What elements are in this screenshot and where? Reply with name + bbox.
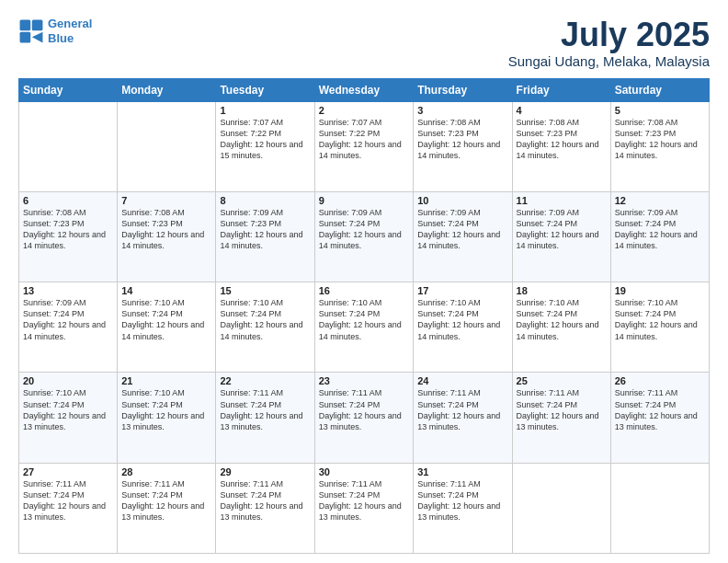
day-detail: Sunrise: 7:08 AM Sunset: 7:23 PM Dayligh… — [23, 207, 113, 252]
day-cell: 6Sunrise: 7:08 AM Sunset: 7:23 PM Daylig… — [19, 191, 118, 282]
day-detail: Sunrise: 7:11 AM Sunset: 7:24 PM Dayligh… — [517, 387, 607, 432]
day-cell: 7Sunrise: 7:08 AM Sunset: 7:23 PM Daylig… — [118, 191, 216, 282]
day-cell: 30Sunrise: 7:11 AM Sunset: 7:24 PM Dayli… — [314, 463, 414, 553]
logo-icon — [18, 18, 44, 44]
day-detail: Sunrise: 7:10 AM Sunset: 7:24 PM Dayligh… — [121, 387, 211, 432]
day-number: 21 — [121, 375, 211, 386]
day-cell: 17Sunrise: 7:10 AM Sunset: 7:24 PM Dayli… — [414, 282, 512, 373]
day-number: 18 — [517, 285, 607, 296]
day-cell — [118, 101, 216, 191]
day-detail: Sunrise: 7:10 AM Sunset: 7:24 PM Dayligh… — [121, 297, 211, 342]
day-detail: Sunrise: 7:09 AM Sunset: 7:24 PM Dayligh… — [517, 207, 607, 252]
day-cell: 31Sunrise: 7:11 AM Sunset: 7:24 PM Dayli… — [414, 463, 512, 553]
day-cell: 1Sunrise: 7:07 AM Sunset: 7:22 PM Daylig… — [216, 101, 314, 191]
day-cell: 23Sunrise: 7:11 AM Sunset: 7:24 PM Dayli… — [314, 373, 414, 463]
day-detail: Sunrise: 7:07 AM Sunset: 7:22 PM Dayligh… — [220, 117, 310, 162]
title-block: July 2025 Sungai Udang, Melaka, Malaysia — [508, 17, 710, 69]
header: General Blue July 2025 Sungai Udang, Mel… — [18, 17, 710, 69]
day-cell: 19Sunrise: 7:10 AM Sunset: 7:24 PM Dayli… — [610, 282, 709, 373]
week-row-5: 27Sunrise: 7:11 AM Sunset: 7:24 PM Dayli… — [19, 463, 710, 553]
day-cell: 14Sunrise: 7:10 AM Sunset: 7:24 PM Dayli… — [118, 282, 216, 373]
day-detail: Sunrise: 7:11 AM Sunset: 7:24 PM Dayligh… — [417, 478, 507, 523]
day-detail: Sunrise: 7:09 AM Sunset: 7:24 PM Dayligh… — [23, 297, 113, 342]
svg-marker-3 — [32, 31, 43, 42]
weekday-header-friday: Friday — [512, 78, 610, 101]
day-number: 12 — [615, 195, 705, 206]
logo-blue: Blue — [48, 31, 74, 45]
day-number: 29 — [220, 466, 310, 477]
weekday-header-tuesday: Tuesday — [216, 78, 314, 101]
day-detail: Sunrise: 7:10 AM Sunset: 7:24 PM Dayligh… — [220, 297, 310, 342]
logo: General Blue — [18, 17, 92, 45]
day-number: 7 — [121, 195, 211, 206]
day-cell: 10Sunrise: 7:09 AM Sunset: 7:24 PM Dayli… — [414, 191, 512, 282]
day-cell: 18Sunrise: 7:10 AM Sunset: 7:24 PM Dayli… — [512, 282, 610, 373]
day-detail: Sunrise: 7:11 AM Sunset: 7:24 PM Dayligh… — [319, 478, 410, 523]
day-number: 16 — [319, 285, 410, 296]
day-number: 6 — [23, 195, 113, 206]
day-cell — [19, 101, 118, 191]
day-cell: 2Sunrise: 7:07 AM Sunset: 7:22 PM Daylig… — [314, 101, 414, 191]
day-number: 13 — [23, 285, 113, 296]
day-cell: 3Sunrise: 7:08 AM Sunset: 7:23 PM Daylig… — [414, 101, 512, 191]
day-cell: 12Sunrise: 7:09 AM Sunset: 7:24 PM Dayli… — [610, 191, 709, 282]
day-cell: 16Sunrise: 7:10 AM Sunset: 7:24 PM Dayli… — [314, 282, 414, 373]
day-number: 24 — [417, 375, 507, 386]
day-detail: Sunrise: 7:08 AM Sunset: 7:23 PM Dayligh… — [615, 117, 705, 162]
day-detail: Sunrise: 7:09 AM Sunset: 7:24 PM Dayligh… — [417, 207, 507, 252]
svg-rect-0 — [20, 19, 31, 30]
day-cell — [610, 463, 709, 553]
day-number: 20 — [23, 375, 113, 386]
day-cell: 21Sunrise: 7:10 AM Sunset: 7:24 PM Dayli… — [118, 373, 216, 463]
day-detail: Sunrise: 7:11 AM Sunset: 7:24 PM Dayligh… — [23, 478, 113, 523]
day-cell: 24Sunrise: 7:11 AM Sunset: 7:24 PM Dayli… — [414, 373, 512, 463]
day-cell: 5Sunrise: 7:08 AM Sunset: 7:23 PM Daylig… — [610, 101, 709, 191]
week-row-3: 13Sunrise: 7:09 AM Sunset: 7:24 PM Dayli… — [19, 282, 710, 373]
day-number: 10 — [417, 195, 507, 206]
day-number: 4 — [517, 105, 607, 116]
day-number: 11 — [517, 195, 607, 206]
day-number: 17 — [417, 285, 507, 296]
day-cell — [512, 463, 610, 553]
day-cell: 22Sunrise: 7:11 AM Sunset: 7:24 PM Dayli… — [216, 373, 314, 463]
svg-rect-1 — [32, 19, 43, 30]
weekday-header-thursday: Thursday — [414, 78, 512, 101]
day-number: 25 — [517, 375, 607, 386]
day-number: 2 — [319, 105, 410, 116]
week-row-2: 6Sunrise: 7:08 AM Sunset: 7:23 PM Daylig… — [19, 191, 710, 282]
day-detail: Sunrise: 7:11 AM Sunset: 7:24 PM Dayligh… — [417, 387, 507, 432]
day-cell: 8Sunrise: 7:09 AM Sunset: 7:23 PM Daylig… — [216, 191, 314, 282]
day-number: 14 — [121, 285, 211, 296]
day-detail: Sunrise: 7:09 AM Sunset: 7:24 PM Dayligh… — [615, 207, 705, 252]
day-cell: 13Sunrise: 7:09 AM Sunset: 7:24 PM Dayli… — [19, 282, 118, 373]
day-number: 31 — [417, 466, 507, 477]
logo-text: General Blue — [48, 17, 92, 45]
day-number: 23 — [319, 375, 410, 386]
page: General Blue July 2025 Sungai Udang, Mel… — [0, 0, 728, 563]
month-title: July 2025 — [508, 17, 710, 53]
day-detail: Sunrise: 7:11 AM Sunset: 7:24 PM Dayligh… — [121, 478, 211, 523]
day-number: 1 — [220, 105, 310, 116]
weekday-header-monday: Monday — [118, 78, 216, 101]
day-number: 19 — [615, 285, 705, 296]
day-cell: 29Sunrise: 7:11 AM Sunset: 7:24 PM Dayli… — [216, 463, 314, 553]
day-cell: 25Sunrise: 7:11 AM Sunset: 7:24 PM Dayli… — [512, 373, 610, 463]
week-row-1: 1Sunrise: 7:07 AM Sunset: 7:22 PM Daylig… — [19, 101, 710, 191]
day-detail: Sunrise: 7:11 AM Sunset: 7:24 PM Dayligh… — [220, 387, 310, 432]
day-number: 27 — [23, 466, 113, 477]
calendar: SundayMondayTuesdayWednesdayThursdayFrid… — [18, 78, 710, 554]
day-number: 30 — [319, 466, 410, 477]
day-detail: Sunrise: 7:09 AM Sunset: 7:24 PM Dayligh… — [319, 207, 410, 252]
day-detail: Sunrise: 7:10 AM Sunset: 7:24 PM Dayligh… — [417, 297, 507, 342]
day-cell: 27Sunrise: 7:11 AM Sunset: 7:24 PM Dayli… — [19, 463, 118, 553]
day-number: 3 — [417, 105, 507, 116]
day-detail: Sunrise: 7:08 AM Sunset: 7:23 PM Dayligh… — [121, 207, 211, 252]
day-detail: Sunrise: 7:11 AM Sunset: 7:24 PM Dayligh… — [220, 478, 310, 523]
day-number: 15 — [220, 285, 310, 296]
week-row-4: 20Sunrise: 7:10 AM Sunset: 7:24 PM Dayli… — [19, 373, 710, 463]
weekday-header-sunday: Sunday — [19, 78, 118, 101]
day-detail: Sunrise: 7:08 AM Sunset: 7:23 PM Dayligh… — [517, 117, 607, 162]
day-detail: Sunrise: 7:10 AM Sunset: 7:24 PM Dayligh… — [23, 387, 113, 432]
day-number: 26 — [615, 375, 705, 386]
weekday-header-saturday: Saturday — [610, 78, 709, 101]
